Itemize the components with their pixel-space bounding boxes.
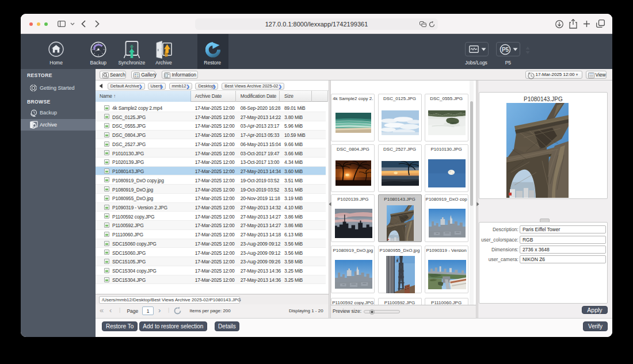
svg-text:P5: P5 [502, 47, 509, 53]
